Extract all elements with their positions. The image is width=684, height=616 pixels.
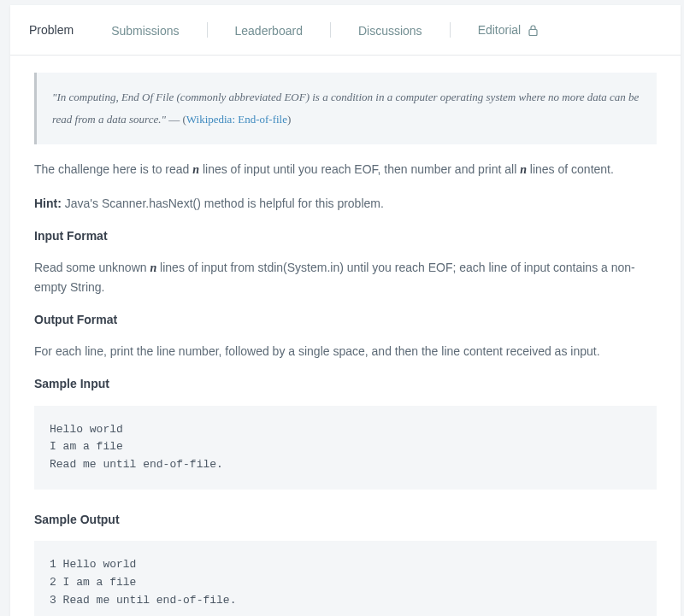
tab-problem[interactable]: Problem	[10, 5, 92, 55]
sample-output-code: 1 Hello world 2 I am a file 3 Read me un…	[34, 541, 657, 616]
hint-label: Hint:	[34, 197, 62, 210]
lock-icon	[528, 22, 538, 41]
tab-editorial-label: Editorial	[478, 23, 522, 37]
problem-content: "In computing, End Of File (commonly abb…	[10, 56, 681, 616]
sample-input-heading: Sample Input	[34, 374, 657, 393]
sample-input-code: Hello world I am a file Read me until en…	[34, 406, 657, 490]
input-format-heading: Input Format	[34, 226, 657, 245]
quote-text: "In computing, End Of File (commonly abb…	[52, 91, 639, 126]
hint-text: Java's Scanner.hasNext() method is helpf…	[62, 197, 384, 210]
hint-paragraph: Hint: Java's Scanner.hasNext() method is…	[34, 194, 657, 213]
challenge-post: lines of content.	[527, 162, 614, 176]
tab-editorial[interactable]: Editorial	[459, 5, 557, 54]
tab-divider	[450, 22, 451, 38]
tab-bar: Problem Submissions Leaderboard Discussi…	[10, 5, 681, 56]
challenge-paragraph: The challenge here is to read n lines of…	[34, 160, 657, 179]
var-n: n	[192, 163, 199, 176]
output-format-heading: Output Format	[34, 310, 657, 329]
quote-dash: — (	[166, 113, 186, 126]
sample-output-heading: Sample Output	[34, 510, 657, 529]
quote-block: "In computing, End Of File (commonly abb…	[34, 73, 657, 144]
challenge-mid: lines of input until you reach EOF, then…	[199, 162, 520, 176]
problem-panel: Problem Submissions Leaderboard Discussi…	[10, 5, 681, 616]
tab-submissions[interactable]: Submissions	[92, 6, 198, 54]
input-format-pre: Read some unknown	[34, 261, 150, 274]
tab-discussions[interactable]: Discussions	[339, 6, 441, 54]
tab-divider	[207, 22, 208, 38]
quote-link[interactable]: Wikipedia: End-of-file	[186, 113, 287, 126]
challenge-pre: The challenge here is to read	[34, 162, 192, 176]
tab-divider	[330, 22, 331, 38]
var-n: n	[520, 163, 527, 176]
input-format-text: Read some unknown n lines of input from …	[34, 258, 657, 297]
output-format-text: For each line, print the line number, fo…	[34, 342, 657, 361]
quote-close: )	[287, 113, 291, 126]
tab-leaderboard[interactable]: Leaderboard	[216, 6, 321, 54]
svg-rect-0	[529, 29, 537, 35]
